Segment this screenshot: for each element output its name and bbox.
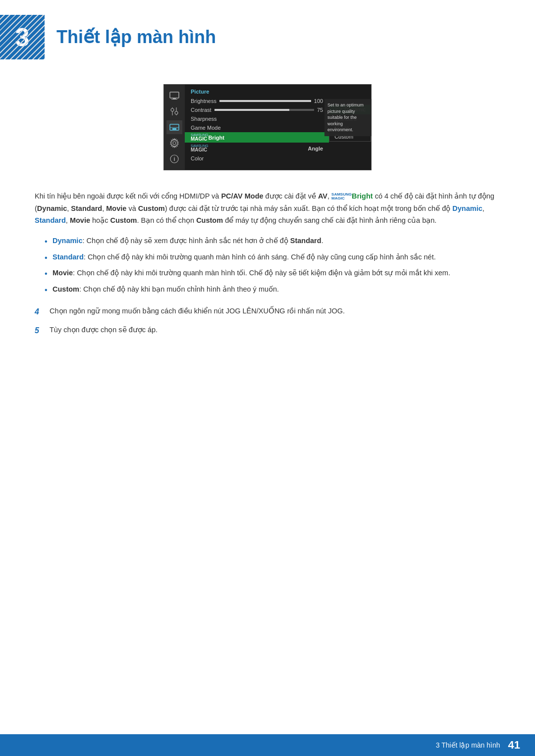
sharpness-label: Sharpness: [191, 116, 217, 122]
body-para-1: Khi tín hiệu bên ngoài được kết nối với …: [35, 190, 500, 227]
contrast-bar-fill: [214, 109, 289, 111]
svg-text:i: i: [173, 156, 175, 162]
contrast-value: 75: [317, 107, 323, 113]
menu-header-picture: Picture: [185, 88, 329, 97]
sidebar-icon-adjust: [166, 104, 182, 118]
sidebar-icon-settings: [166, 136, 182, 150]
page-header: 3 Thiết lập màn hình: [0, 0, 535, 69]
angle-text: Angle: [308, 146, 323, 151]
color-label: Color: [191, 155, 204, 161]
svg-point-12: [173, 142, 176, 145]
footer-page-number: 41: [508, 739, 520, 752]
ui-screenshot-section: i Picture Brightness 100: [35, 84, 500, 170]
samsung-magic-bright-label: SAMSUNG MAGIC: [191, 133, 208, 142]
svg-rect-2: [171, 99, 177, 100]
menu-item-sharpness: Sharpness: [185, 114, 329, 123]
contrast-bar: [214, 109, 314, 111]
contrast-label: Contrast: [191, 107, 212, 113]
svg-point-4: [175, 111, 178, 114]
footer-chapter-label: 3 Thiết lập màn hình: [436, 741, 500, 749]
sidebar-icon-info: i: [166, 152, 182, 166]
brightness-bar-fill: [219, 100, 311, 102]
page-content: i Picture Brightness 100: [0, 84, 535, 372]
page-footer: 3 Thiết lập màn hình 41: [0, 734, 535, 756]
menu-item-magic-angle: SAMSUNG MAGIC Angle: [185, 143, 329, 154]
sidebar-icon-picture: [166, 120, 182, 134]
brightness-value: 100: [314, 98, 323, 104]
bullet-list: Dynamic: Chọn chế độ này sẽ xem được hìn…: [45, 235, 500, 296]
magic-bright-text: MAGIC: [191, 137, 208, 142]
menu-item-contrast: Contrast 75: [185, 105, 329, 114]
svg-point-3: [171, 108, 174, 111]
step-5-text: Tùy chọn được chọn sẽ được áp.: [50, 324, 158, 336]
header-diagonal-bg: [0, 15, 45, 59]
step-4: 4 Chọn ngôn ngữ mong muốn bằng cách điều…: [35, 305, 500, 318]
samsung-magic-angle-label: SAMSUNG MAGIC: [191, 144, 208, 152]
sidebar-icon-display: [166, 89, 182, 102]
tooltip-box: Set to an optimum picture quality suitab…: [324, 99, 372, 136]
step-4-text: Chọn ngôn ngữ mong muốn bằng cách điều k…: [50, 305, 345, 317]
bullet-custom: Custom: Chọn chế độ này khi bạn muốn chỉ…: [45, 283, 500, 296]
menu-item-game-mode: Game Mode: [185, 123, 329, 132]
menu-item-brightness: Brightness 100: [185, 97, 329, 105]
step-4-number: 4: [35, 305, 50, 318]
menu-item-color: Color: [185, 154, 329, 163]
page-title: Thiết lập màn hình: [56, 27, 216, 48]
bullet-standard: Standard: Chọn chế độ này khi môi trường…: [45, 251, 500, 263]
svg-rect-1: [173, 98, 176, 99]
bright-text: Bright: [208, 135, 224, 141]
monitor-ui-wrapper: i Picture Brightness 100: [163, 84, 372, 170]
bullet-movie: Movie: Chọn chế độ này khi môi trường qu…: [45, 267, 500, 279]
brightness-label: Brightness: [191, 98, 216, 104]
bullet-dynamic: Dynamic: Chọn chế độ này sẽ xem được hìn…: [45, 235, 500, 247]
sidebar-icons: i: [164, 85, 185, 170]
svg-rect-11: [172, 128, 176, 130]
menu-panel: Picture Brightness 100 Contrast: [185, 85, 329, 170]
game-mode-label: Game Mode: [191, 125, 221, 131]
svg-rect-0: [170, 92, 179, 98]
magic-bright-row: SAMSUNG MAGIC Bright: [185, 132, 329, 143]
step-5: 5 Tùy chọn được chọn sẽ được áp.: [35, 324, 500, 337]
step-5-number: 5: [35, 324, 50, 337]
samsung-magic-inline: SAMSUNGMAGIC: [331, 193, 352, 201]
brightness-bar: [219, 100, 311, 102]
